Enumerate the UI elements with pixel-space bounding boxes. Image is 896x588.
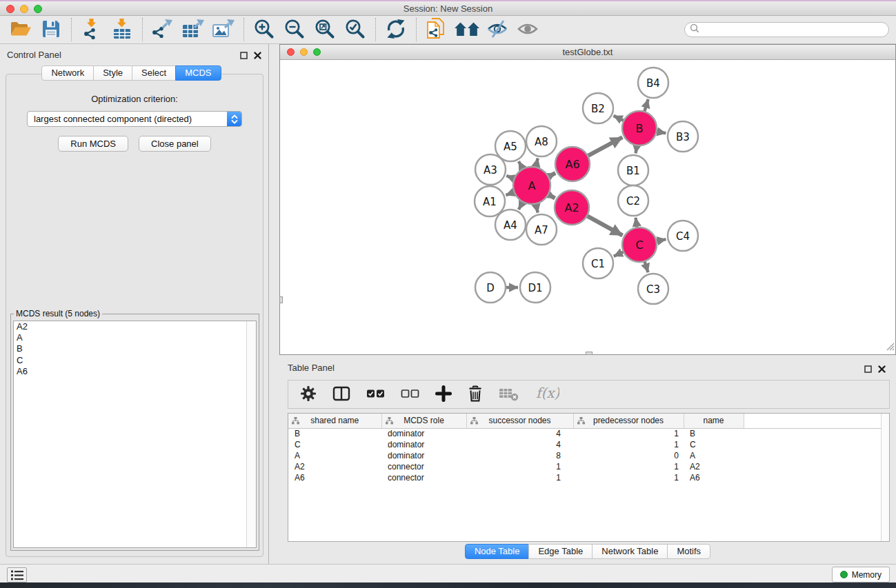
criterion-select[interactable]: largest connected component (directed) [27,111,242,127]
svg-text:D1: D1 [528,282,542,294]
float-table-panel-icon[interactable] [864,363,872,376]
graph-node-B2[interactable]: B2 [583,93,613,123]
net-zoom-button[interactable] [313,48,321,56]
task-history-button[interactable] [7,567,27,582]
graph-node-A7[interactable]: A7 [526,214,557,245]
delete-button[interactable] [468,385,483,404]
left-resize-handle[interactable] [279,296,283,303]
split-columns-icon [332,385,350,404]
table-row[interactable]: Adominator80A [288,450,888,461]
result-list-scrollbar[interactable] [246,321,256,547]
delete-table-button[interactable] [499,386,519,403]
tab-network-table[interactable]: Network Table [592,544,668,559]
graph-node-C3[interactable]: C3 [638,274,668,304]
graph-node-B4[interactable]: B4 [638,68,668,98]
import-network-button[interactable] [77,17,107,43]
unselect-all-button[interactable] [401,387,419,402]
graph-node-A1[interactable]: A1 [475,186,505,216]
network-canvas[interactable]: B4B2BB3A8A5A6A3B1AA1C2A2A4A7C4CC1C3DD1 [280,60,895,354]
table-row[interactable]: A6connector11A6 [288,472,888,483]
tab-style[interactable]: Style [93,65,132,81]
tab-node-table[interactable]: Node Table [465,544,530,559]
bottom-resize-handle[interactable] [586,352,593,355]
export-image-button[interactable] [208,17,239,43]
select-all-button[interactable] [366,387,385,402]
new-network-from-file-button[interactable] [421,17,452,43]
tab-edge-table[interactable]: Edge Table [528,544,593,559]
open-button[interactable] [6,17,36,43]
column-header-shared-name[interactable]: shared name [288,414,381,428]
float-panel-icon[interactable] [240,50,248,62]
graph-node-B[interactable]: B [622,111,657,145]
column-header-name[interactable]: name [684,414,744,428]
save-button[interactable] [36,17,66,43]
hide-selected-button[interactable] [482,17,512,43]
export-image-icon [212,19,235,41]
graph-node-D[interactable]: D [475,272,506,303]
zoom-selected-button[interactable] [340,17,370,43]
function-builder-button[interactable]: f(x) [535,385,559,405]
column-header-successor-nodes[interactable]: successor nodes [466,414,573,428]
tab-motifs[interactable]: Motifs [667,544,710,559]
table-row[interactable]: Cdominator41C [288,439,888,450]
tab-mcds[interactable]: MCDS [175,65,221,81]
graph-node-B1[interactable]: B1 [618,155,648,185]
import-table-button[interactable] [107,17,137,43]
zoom-out-button[interactable] [279,17,310,43]
column-header-predecessor-nodes[interactable]: predecessor nodes [573,414,684,428]
export-table-button[interactable] [178,17,208,43]
net-minimize-button[interactable] [300,48,308,56]
minimize-window-button[interactable] [20,5,28,13]
close-panel-icon[interactable] [254,50,261,62]
graph-node-C1[interactable]: C1 [583,248,613,278]
resize-grip-icon[interactable] [886,341,895,354]
search-field[interactable] [684,22,889,37]
table-cell: A2 [288,461,381,472]
export-network-button[interactable] [148,17,178,43]
close-window-button[interactable] [6,5,14,13]
table-cell: 0 [573,450,684,461]
graph-node-C[interactable]: C [622,227,657,262]
graph-node-A6[interactable]: A6 [555,147,590,181]
split-columns-button[interactable] [332,385,350,404]
memory-button[interactable]: Memory [832,567,890,582]
column-header-MCDS-role[interactable]: MCDS role [381,414,466,428]
table-row[interactable]: Bdominator41B [288,428,888,439]
search-input[interactable] [702,25,888,34]
table-cell: A6 [288,472,381,483]
graph-node-A8[interactable]: A8 [526,126,557,156]
app-titlebar[interactable]: Session: New Session [0,0,896,16]
add-button[interactable] [435,385,452,404]
graph-node-C2[interactable]: C2 [618,185,648,216]
zoom-in-button[interactable] [249,17,279,43]
table-row[interactable]: A2connector11A2 [288,461,888,472]
result-list-item[interactable]: A2 [14,321,256,332]
close-panel-button[interactable]: Close panel [139,136,211,152]
svg-text:C4: C4 [676,230,690,243]
result-list-item[interactable]: A [14,332,256,343]
table-scrollbar[interactable] [881,414,889,541]
zoom-window-button[interactable] [34,5,42,13]
toolbar-groups [6,17,543,43]
graph-node-A[interactable]: A [513,167,550,204]
graph-node-B3[interactable]: B3 [668,121,698,152]
tab-network[interactable]: Network [41,65,94,81]
tab-select[interactable]: Select [132,65,176,81]
close-table-panel-icon[interactable] [878,363,886,376]
show-all-button[interactable] [512,17,543,43]
gear-button[interactable] [300,385,317,404]
result-list-item[interactable]: C [14,355,256,366]
graph-node-A4[interactable]: A4 [495,210,526,240]
net-close-button[interactable] [287,48,295,56]
result-list-item[interactable]: A6 [14,366,256,377]
graph-node-C4[interactable]: C4 [668,221,698,251]
home-button[interactable] [452,17,482,43]
zoom-fit-button[interactable] [310,17,340,43]
graph-node-D1[interactable]: D1 [520,272,550,303]
graph-node-A2[interactable]: A2 [555,190,589,225]
network-window-titlebar[interactable]: testGlobe.txt [280,45,895,60]
result-list-item[interactable]: B [14,343,256,354]
run-mcds-button[interactable]: Run MCDS [58,136,128,152]
refresh-button[interactable] [381,17,411,43]
graph-node-A3[interactable]: A3 [475,154,506,185]
